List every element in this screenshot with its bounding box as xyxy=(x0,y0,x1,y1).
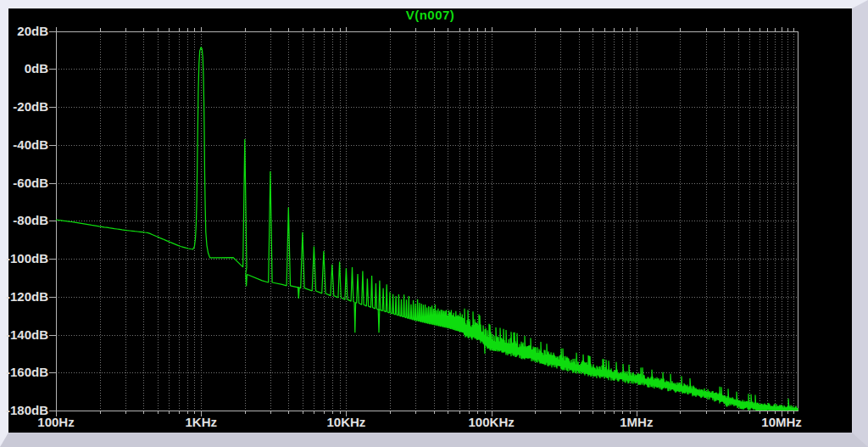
y-axis-label: 0dB xyxy=(25,61,49,75)
axis-border xyxy=(49,27,798,416)
trace-v-n007 xyxy=(56,47,798,411)
x-axis-label: 100Hz xyxy=(37,415,74,429)
y-axis-label: -120dB xyxy=(6,289,48,304)
y-axis-label: -80dB xyxy=(13,213,48,227)
ltspice-plot-window: V(n007) 20dB0dB-20dB-40dB-60dB-80dB-100d… xyxy=(0,0,868,447)
grid-lines xyxy=(56,31,798,411)
x-axis-label: 1MHz xyxy=(620,415,653,429)
fft-plot-area[interactable]: 20dB0dB-20dB-40dB-60dB-80dB-100dB-120dB-… xyxy=(0,0,868,447)
axis-labels: 20dB0dB-20dB-40dB-60dB-80dB-100dB-120dB-… xyxy=(6,24,802,430)
y-axis-label: -40dB xyxy=(13,137,48,152)
x-axis-label: 1KHz xyxy=(185,415,217,429)
x-axis-label: 10MHz xyxy=(761,415,802,429)
y-axis-label: -100dB xyxy=(6,251,48,265)
y-axis-label: -160dB xyxy=(6,365,48,379)
y-axis-label: 20dB xyxy=(17,24,48,38)
x-axis-label: 10KHz xyxy=(326,415,365,429)
x-axis-label: 100KHz xyxy=(469,415,515,429)
y-axis-label: -140dB xyxy=(6,327,48,342)
y-axis-label: -60dB xyxy=(13,176,48,190)
y-axis-label: -20dB xyxy=(13,99,48,114)
